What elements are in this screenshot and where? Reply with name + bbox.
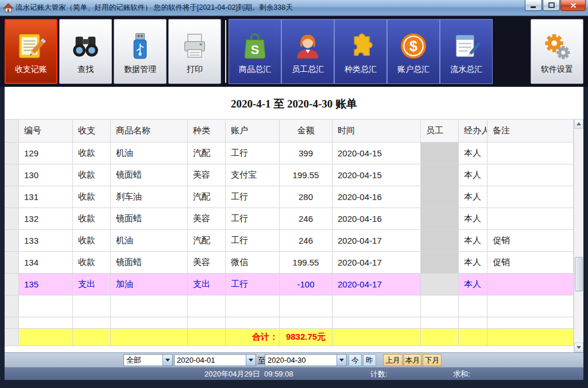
date-to-dropdown[interactable]: 2020-04-30 [265,354,347,366]
cell-amount: 399 [280,143,332,164]
date-from-dropdown[interactable]: 2020-04-01 [174,354,256,366]
column-header-amount[interactable]: 金额 [280,120,332,143]
column-header-category[interactable]: 种类 [188,120,226,143]
table-wrap: 编号收支商品名称种类账户金额时间员工经办人备注 129收款机油汽配工行39920… [5,119,574,346]
cell-operator: 本人 [459,252,488,274]
app-window: 流水记账大管家（简单、好用的记账软件） 您的软件将于[2021-04-02]到期… [0,0,588,388]
this-month-button[interactable]: 本月 [404,354,421,366]
minimize-button[interactable] [525,0,542,11]
column-header-operator[interactable]: 经办人 [459,120,488,143]
toolbar-button-data-management[interactable]: 数据管理 [114,19,167,84]
cell-note [488,208,574,230]
status-bar: 2020年04月29日 09:59:08 计数: 求和: [5,367,583,380]
close-button[interactable] [560,0,586,11]
gears-icon [542,29,572,63]
cell-id: 133 [19,230,73,252]
cell-amount: -100 [280,274,332,295]
window-bottom-frame [0,380,588,388]
toolbar-button-product-summary[interactable]: S 商品总汇 [229,19,281,84]
chevron-down-icon[interactable] [336,355,346,366]
toolbar-button-label: 打印 [187,64,203,74]
cell-amount: 246 [280,230,332,252]
minimize-icon [531,3,536,8]
cell-account: 工行 [226,274,280,295]
row-gutter-header [5,120,19,143]
column-header-account[interactable]: 账户 [226,120,280,143]
today-button[interactable]: 今 [349,354,362,366]
window-title: 流水记账大管家（简单、好用的记账软件） 您的软件将于[2021-04-02]到期… [16,3,524,13]
notepad-pencil-icon [16,29,46,63]
column-header-employee[interactable]: 员工 [421,120,459,143]
cell-amount: 199.55 [280,252,332,274]
cell-operator: 本人 [459,274,488,295]
cell-employee [421,230,459,252]
svg-text:$: $ [409,38,417,54]
column-header-note[interactable]: 备注 [488,120,574,143]
chevron-down-icon[interactable] [163,355,172,366]
table-row[interactable]: 132收款镜面蜡美容工行2462020-04-16本人 [5,208,574,230]
svg-text:S: S [251,43,259,57]
chevron-down-icon[interactable] [246,355,256,366]
total-amount: 9832.75元 [280,329,332,346]
cell-operator: 本人 [459,208,488,230]
toolbar-button-label: 商品总汇 [239,64,271,74]
toolbar-button-label: 种类总汇 [345,64,377,74]
table-row[interactable]: 134收款镜面蜡美容微信199.552020-04-17本人促销 [5,252,574,274]
cell-product: 刹车油 [111,186,188,208]
cell-product: 机油 [111,230,188,252]
row-gutter [5,317,19,329]
document-icon [451,29,481,63]
prev-month-button[interactable]: 上月 [383,354,403,366]
toolbar-button-flow-summary[interactable]: 流水总汇 [440,19,493,84]
cell-id: 132 [19,208,73,230]
scrollbar-track[interactable] [574,129,583,343]
table-row[interactable]: 135支出加油支出工行-1002020-04-17本人 [5,274,574,295]
cell-time: 2020-04-16 [332,208,421,230]
cell-time: 2020-04-15 [332,164,421,186]
table-row[interactable]: 129收款机油汽配工行3992020-04-15本人 [5,143,574,164]
maximize-icon [548,2,555,8]
toolbar-button-label: 员工总汇 [292,64,324,74]
column-header-id[interactable]: 编号 [19,120,73,143]
column-header-time[interactable]: 时间 [332,120,421,143]
toolbar-button-income-expense[interactable]: 收支记账 [5,19,57,84]
toolbar-button-category-summary[interactable]: 种类总汇 [334,19,387,84]
vertical-scrollbar[interactable] [574,119,583,352]
cell-operator: 本人 [459,230,488,252]
toolbar-button-account-summary[interactable]: $ 账户总汇 [387,19,440,84]
table-row[interactable]: 131收款刹车油汽配工行2802020-04-16本人 [5,186,574,208]
cell-employee [421,208,459,230]
toolbar-button-print[interactable]: 打印 [168,19,221,84]
cell-inout: 收款 [73,143,111,164]
toolbar-button-settings[interactable]: 软件设置 [531,19,583,84]
next-month-button[interactable]: 下月 [423,354,442,366]
cell-category: 美容 [188,252,226,274]
table-row[interactable]: 130收款镜面蜡美容支付宝199.552020-04-15本人 [5,164,574,186]
status-datetime: 2020年04月29日 09:59:08 [204,369,293,379]
cell-account: 工行 [226,230,280,252]
toolbar-button-search[interactable]: 查找 [59,19,112,84]
table-row[interactable]: 133收款机油汽配工行2462020-04-17本人促销 [5,230,574,252]
cell-id: 131 [19,186,73,208]
cell-category: 汽配 [188,186,226,208]
yesterday-button[interactable]: 昨 [363,354,376,366]
toolbar-button-label: 流水总汇 [450,64,482,74]
scrollbar-thumb[interactable] [575,257,583,291]
column-header-product[interactable]: 商品名称 [111,120,188,143]
empty-row [5,317,574,329]
cell-employee [421,252,459,274]
type-filter-dropdown[interactable]: 全部 [123,354,173,366]
row-gutter [5,274,19,295]
column-header-inout[interactable]: 收支 [73,120,111,143]
type-filter-value: 全部 [124,355,163,366]
scroll-down-button[interactable] [574,343,583,352]
cell-employee [421,164,459,186]
row-gutter [5,329,19,346]
toolbar-button-label: 查找 [78,64,94,74]
cell-note: 促销 [488,230,574,252]
cell-note [488,186,574,208]
toolbar-button-employee-summary[interactable]: 员工总汇 [281,19,334,84]
scroll-up-button[interactable] [574,119,583,129]
arrow-up-icon [577,122,581,125]
maximize-button[interactable] [543,0,560,11]
